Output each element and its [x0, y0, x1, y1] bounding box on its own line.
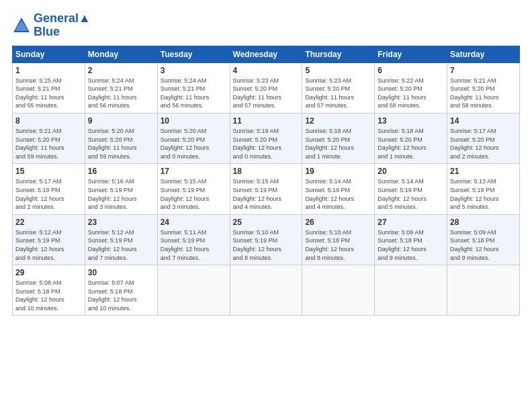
day-number: 20: [378, 167, 444, 176]
week-row-4: 22Sunrise: 5:12 AM Sunset: 5:19 PM Dayli…: [13, 214, 520, 265]
day-cell: 6Sunrise: 5:22 AM Sunset: 5:20 PM Daylig…: [375, 62, 447, 113]
day-info: Sunrise: 5:09 AM Sunset: 5:18 PM Dayligh…: [450, 228, 517, 262]
day-number: 18: [233, 167, 300, 176]
day-info: Sunrise: 5:19 AM Sunset: 5:20 PM Dayligh…: [233, 127, 300, 161]
day-cell: 7Sunrise: 5:21 AM Sunset: 5:20 PM Daylig…: [447, 62, 520, 113]
day-cell: 24Sunrise: 5:11 AM Sunset: 5:19 PM Dayli…: [157, 214, 230, 265]
day-cell: [447, 265, 520, 316]
week-row-3: 15Sunrise: 5:17 AM Sunset: 5:19 PM Dayli…: [13, 164, 520, 214]
day-info: Sunrise: 5:17 AM Sunset: 5:20 PM Dayligh…: [450, 127, 517, 161]
day-cell: 23Sunrise: 5:12 AM Sunset: 5:19 PM Dayli…: [85, 214, 157, 265]
week-row-5: 29Sunrise: 5:08 AM Sunset: 5:18 PM Dayli…: [13, 265, 520, 316]
day-number: 19: [305, 167, 371, 176]
day-info: Sunrise: 5:20 AM Sunset: 5:20 PM Dayligh…: [161, 127, 227, 161]
day-info: Sunrise: 5:21 AM Sunset: 5:20 PM Dayligh…: [450, 77, 517, 110]
day-info: Sunrise: 5:23 AM Sunset: 5:20 PM Dayligh…: [305, 77, 371, 110]
header-row: SundayMondayTuesdayWednesdayThursdayFrid…: [13, 46, 520, 62]
day-cell: 20Sunrise: 5:14 AM Sunset: 5:19 PM Dayli…: [375, 164, 447, 214]
day-info: Sunrise: 5:10 AM Sunset: 5:18 PM Dayligh…: [305, 228, 371, 262]
day-info: Sunrise: 5:18 AM Sunset: 5:20 PM Dayligh…: [378, 127, 444, 161]
day-cell: 16Sunrise: 5:16 AM Sunset: 5:19 PM Dayli…: [85, 164, 157, 214]
day-cell: [230, 265, 302, 316]
day-cell: 17Sunrise: 5:15 AM Sunset: 5:19 PM Dayli…: [157, 164, 230, 214]
day-number: 26: [305, 218, 371, 227]
day-number: 25: [233, 218, 300, 227]
day-number: 17: [161, 167, 227, 176]
day-info: Sunrise: 5:24 AM Sunset: 5:21 PM Dayligh…: [88, 77, 154, 110]
day-cell: 1Sunrise: 5:25 AM Sunset: 5:21 PM Daylig…: [13, 62, 85, 113]
day-cell: 13Sunrise: 5:18 AM Sunset: 5:20 PM Dayli…: [375, 113, 447, 163]
day-cell: 26Sunrise: 5:10 AM Sunset: 5:18 PM Dayli…: [302, 214, 375, 265]
day-cell: 21Sunrise: 5:13 AM Sunset: 5:19 PM Dayli…: [447, 164, 520, 214]
day-number: 22: [15, 218, 82, 227]
day-info: Sunrise: 5:13 AM Sunset: 5:19 PM Dayligh…: [450, 177, 517, 211]
day-cell: 15Sunrise: 5:17 AM Sunset: 5:19 PM Dayli…: [13, 164, 85, 214]
calendar: SundayMondayTuesdayWednesdayThursdayFrid…: [12, 46, 520, 316]
day-info: Sunrise: 5:09 AM Sunset: 5:18 PM Dayligh…: [378, 228, 444, 262]
day-info: Sunrise: 5:07 AM Sunset: 5:18 PM Dayligh…: [88, 279, 154, 312]
day-info: Sunrise: 5:18 AM Sunset: 5:20 PM Dayligh…: [305, 127, 371, 161]
week-row-1: 1Sunrise: 5:25 AM Sunset: 5:21 PM Daylig…: [13, 62, 520, 113]
day-cell: 12Sunrise: 5:18 AM Sunset: 5:20 PM Dayli…: [302, 113, 375, 163]
day-number: 15: [15, 167, 82, 176]
day-cell: 2Sunrise: 5:24 AM Sunset: 5:21 PM Daylig…: [85, 62, 157, 113]
day-cell: 10Sunrise: 5:20 AM Sunset: 5:20 PM Dayli…: [157, 113, 230, 163]
col-header-friday: Friday: [375, 46, 447, 62]
header: General▲Blue: [12, 12, 520, 39]
day-cell: 3Sunrise: 5:24 AM Sunset: 5:21 PM Daylig…: [157, 62, 230, 113]
day-info: Sunrise: 5:22 AM Sunset: 5:20 PM Dayligh…: [378, 77, 444, 110]
day-number: 3: [161, 66, 227, 75]
day-info: Sunrise: 5:24 AM Sunset: 5:21 PM Dayligh…: [161, 77, 227, 110]
svg-marker-1: [15, 20, 28, 31]
logo-icon: [12, 16, 31, 35]
day-cell: 5Sunrise: 5:23 AM Sunset: 5:20 PM Daylig…: [302, 62, 375, 113]
day-number: 16: [88, 167, 154, 176]
day-number: 2: [88, 66, 154, 75]
col-header-sunday: Sunday: [13, 46, 85, 62]
day-cell: 4Sunrise: 5:23 AM Sunset: 5:20 PM Daylig…: [230, 62, 302, 113]
logo-text: General▲Blue: [34, 12, 91, 39]
col-header-thursday: Thursday: [302, 46, 375, 62]
day-info: Sunrise: 5:15 AM Sunset: 5:19 PM Dayligh…: [233, 177, 300, 211]
day-info: Sunrise: 5:14 AM Sunset: 5:19 PM Dayligh…: [378, 177, 444, 211]
day-info: Sunrise: 5:15 AM Sunset: 5:19 PM Dayligh…: [161, 177, 227, 211]
day-number: 27: [378, 218, 444, 227]
day-number: 29: [15, 268, 82, 277]
day-cell: [302, 265, 375, 316]
col-header-wednesday: Wednesday: [230, 46, 302, 62]
day-info: Sunrise: 5:10 AM Sunset: 5:19 PM Dayligh…: [233, 228, 300, 262]
day-info: Sunrise: 5:12 AM Sunset: 5:19 PM Dayligh…: [88, 228, 154, 262]
logo: General▲Blue: [12, 12, 91, 39]
day-cell: 9Sunrise: 5:20 AM Sunset: 5:20 PM Daylig…: [85, 113, 157, 163]
day-info: Sunrise: 5:11 AM Sunset: 5:19 PM Dayligh…: [161, 228, 227, 262]
day-info: Sunrise: 5:12 AM Sunset: 5:19 PM Dayligh…: [15, 228, 82, 262]
week-row-2: 8Sunrise: 5:21 AM Sunset: 5:20 PM Daylig…: [13, 113, 520, 163]
day-info: Sunrise: 5:17 AM Sunset: 5:19 PM Dayligh…: [15, 177, 82, 211]
day-number: 9: [88, 116, 154, 126]
day-cell: 18Sunrise: 5:15 AM Sunset: 5:19 PM Dayli…: [230, 164, 302, 214]
day-number: 5: [305, 66, 371, 75]
day-number: 8: [15, 116, 82, 126]
day-number: 24: [161, 218, 227, 227]
day-info: Sunrise: 5:16 AM Sunset: 5:19 PM Dayligh…: [88, 177, 154, 211]
day-number: 12: [305, 116, 371, 126]
day-number: 23: [88, 218, 154, 227]
day-cell: 19Sunrise: 5:14 AM Sunset: 5:19 PM Dayli…: [302, 164, 375, 214]
day-number: 1: [15, 66, 82, 75]
day-info: Sunrise: 5:21 AM Sunset: 5:20 PM Dayligh…: [15, 127, 82, 161]
day-cell: 28Sunrise: 5:09 AM Sunset: 5:18 PM Dayli…: [447, 214, 520, 265]
page: General▲Blue SundayMondayTuesdayWednesda…: [0, 0, 532, 411]
day-cell: 8Sunrise: 5:21 AM Sunset: 5:20 PM Daylig…: [13, 113, 85, 163]
day-info: Sunrise: 5:08 AM Sunset: 5:18 PM Dayligh…: [15, 279, 82, 312]
day-number: 6: [378, 66, 444, 75]
day-number: 30: [88, 268, 154, 277]
day-cell: 30Sunrise: 5:07 AM Sunset: 5:18 PM Dayli…: [85, 265, 157, 316]
day-number: 4: [233, 66, 300, 75]
day-cell: 29Sunrise: 5:08 AM Sunset: 5:18 PM Dayli…: [13, 265, 85, 316]
col-header-saturday: Saturday: [447, 46, 520, 62]
day-number: 11: [233, 116, 300, 126]
day-number: 14: [450, 116, 517, 126]
day-number: 28: [450, 218, 517, 227]
day-number: 7: [450, 66, 517, 75]
day-cell: [375, 265, 447, 316]
